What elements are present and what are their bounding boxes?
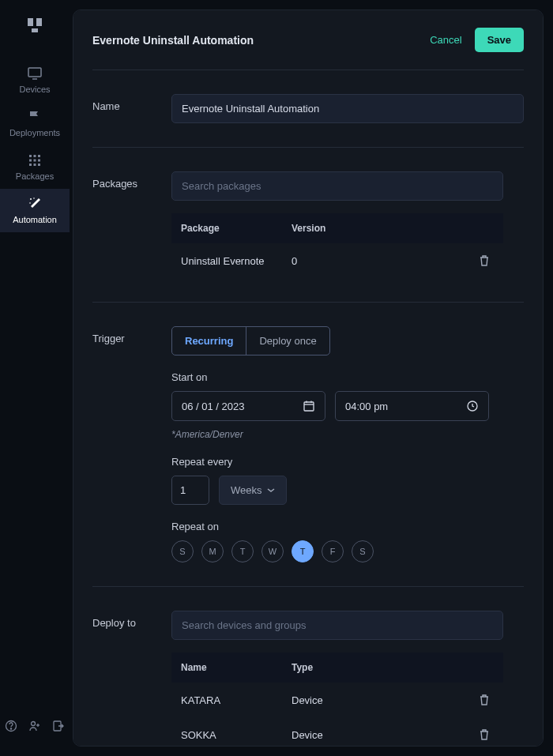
svg-rect-1: [36, 18, 42, 26]
svg-rect-0: [28, 18, 33, 26]
cancel-button[interactable]: Cancel: [430, 34, 461, 46]
flag-icon: [27, 110, 43, 124]
day-sat[interactable]: S: [352, 540, 374, 562]
svg-point-15: [33, 197, 35, 199]
svg-rect-7: [38, 155, 40, 157]
packages-search-input[interactable]: [171, 171, 503, 201]
sidebar-item-packages[interactable]: Packages: [0, 145, 70, 189]
sidebar-item-label: Packages: [16, 171, 54, 181]
page-header: Evernote Uninstall Automation Cancel Sav…: [92, 10, 524, 70]
svg-rect-12: [34, 164, 36, 166]
section-deploy: Deploy to Name Type KATARA Device SOKKA …: [92, 587, 524, 747]
logout-icon[interactable]: [52, 720, 65, 732]
svg-rect-11: [29, 164, 32, 166]
sidebar-item-deployments[interactable]: Deployments: [0, 102, 70, 145]
svg-point-14: [30, 198, 32, 200]
date-input[interactable]: 06 / 01 / 2023: [171, 391, 325, 421]
segment-deploy-once[interactable]: Deploy once: [246, 327, 329, 355]
wand-icon: [27, 197, 43, 211]
time-input[interactable]: 04:00 pm: [335, 391, 489, 421]
package-version: 0: [292, 255, 475, 267]
section-name: Name: [92, 70, 524, 148]
day-wed[interactable]: W: [261, 540, 284, 562]
svg-rect-2: [32, 28, 38, 32]
table-row: SOKKA Device: [171, 717, 503, 747]
section-label: Name: [92, 94, 171, 123]
deploy-name: SOKKA: [181, 729, 292, 741]
day-picker: S M T W T F S: [171, 540, 524, 562]
day-thu[interactable]: T: [292, 540, 314, 562]
table-row: Uninstall Evernote 0: [171, 243, 503, 278]
help-icon[interactable]: [5, 720, 17, 732]
repeat-unit-value: Weeks: [231, 484, 262, 496]
calendar-icon: [303, 400, 315, 412]
sidebar: Devices Deployments Packages Automation: [0, 0, 70, 756]
clock-icon: [466, 400, 479, 412]
name-input[interactable]: [171, 94, 524, 123]
add-user-icon[interactable]: [28, 720, 41, 732]
deploy-table: Name Type KATARA Device SOKKA Device: [171, 653, 503, 747]
sidebar-item-automation[interactable]: Automation: [0, 189, 70, 232]
time-value: 04:00 pm: [345, 401, 388, 412]
col-header-name: Name: [181, 662, 292, 673]
repeat-count-input[interactable]: [171, 476, 209, 505]
main-panel: Evernote Uninstall Automation Cancel Sav…: [73, 9, 544, 747]
deploy-type: Device: [292, 729, 475, 741]
col-header-version: Version: [292, 223, 475, 234]
segment-recurring[interactable]: Recurring: [172, 327, 246, 355]
packages-table: Package Version Uninstall Evernote 0: [171, 213, 503, 278]
trash-icon[interactable]: [475, 728, 494, 741]
svg-rect-13: [38, 164, 40, 166]
col-header-type: Type: [292, 662, 475, 673]
repeat-unit-select[interactable]: Weeks: [219, 476, 287, 505]
trash-icon[interactable]: [475, 694, 494, 706]
date-value: 06 / 01 / 2023: [182, 401, 245, 412]
repeat-on-label: Repeat on: [171, 521, 524, 532]
deploy-search-input[interactable]: [171, 611, 503, 640]
col-header-package: Package: [181, 223, 292, 234]
sidebar-item-label: Deployments: [9, 128, 60, 137]
app-logo: [25, 16, 44, 35]
start-on-label: Start on: [171, 371, 524, 383]
save-button[interactable]: Save: [475, 28, 524, 52]
grid-icon: [27, 153, 43, 167]
svg-rect-3: [28, 68, 41, 77]
day-tue[interactable]: T: [231, 540, 254, 562]
day-mon[interactable]: M: [201, 540, 224, 562]
svg-point-18: [10, 728, 11, 729]
repeat-every-label: Repeat every: [171, 456, 524, 468]
section-trigger: Trigger Recurring Deploy once Start on 0…: [92, 303, 524, 587]
monitor-icon: [27, 66, 43, 81]
svg-rect-9: [34, 160, 36, 162]
deploy-type: Device: [292, 694, 475, 706]
section-label: Trigger: [92, 326, 171, 562]
svg-point-16: [29, 202, 31, 204]
svg-point-19: [32, 722, 36, 726]
deploy-name: KATARA: [181, 694, 292, 706]
sidebar-item-devices[interactable]: Devices: [0, 58, 70, 102]
timezone-hint: *America/Denver: [171, 429, 524, 440]
section-label: Deploy to: [92, 611, 171, 747]
svg-rect-5: [29, 155, 32, 157]
sidebar-item-label: Devices: [19, 85, 50, 94]
svg-rect-8: [29, 160, 32, 162]
trash-icon[interactable]: [475, 254, 494, 267]
chevron-down-icon: [267, 488, 275, 493]
svg-rect-6: [34, 155, 36, 157]
svg-rect-10: [38, 160, 40, 162]
package-name: Uninstall Evernote: [181, 255, 292, 267]
page-title: Evernote Uninstall Automation: [92, 34, 254, 47]
trigger-segment: Recurring Deploy once: [171, 326, 330, 355]
sidebar-item-label: Automation: [13, 215, 57, 224]
section-packages: Packages Package Version Uninstall Evern…: [92, 148, 524, 303]
table-row: KATARA Device: [171, 683, 503, 717]
svg-rect-23: [304, 402, 314, 411]
day-sun[interactable]: S: [171, 540, 194, 562]
section-label: Packages: [92, 171, 171, 278]
day-fri[interactable]: F: [322, 540, 344, 562]
